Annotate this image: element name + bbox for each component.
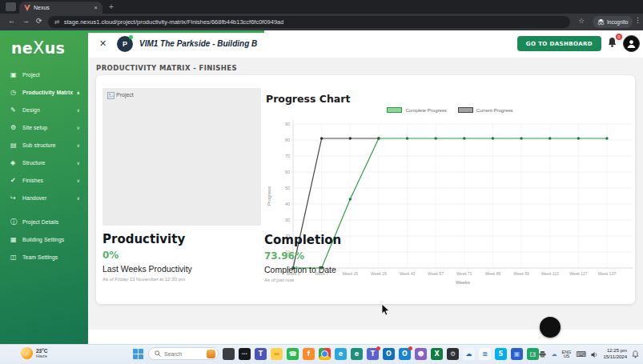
weather-condition: Haze (36, 354, 48, 358)
app-badge (408, 346, 412, 350)
mouse-cursor (381, 304, 390, 316)
taskbar-app-whatsapp[interactable]: ☎ (287, 348, 299, 360)
tab-close-icon[interactable]: × (94, 4, 98, 11)
chat-widget-button[interactable] (540, 317, 561, 338)
sidebar-item-site-setup[interactable]: ⚙ Site setup ∨ (0, 118, 88, 136)
legend-swatch (458, 107, 473, 113)
taskbar-app-photos[interactable]: ▣ (511, 348, 523, 360)
sidebar-item-project[interactable]: ▣ Project (0, 66, 88, 83)
bookmark-star-icon[interactable]: ☆ (578, 17, 585, 25)
sidebar-item-team-settings[interactable]: ◫ Team Settings (0, 248, 88, 266)
sidebar-nav: ▣ Project ◷ Productivity Matrix ∧ ✎ Desi… (0, 66, 88, 266)
series-line-current-progress (293, 138, 379, 268)
go-to-dashboard-button[interactable]: GO TO DASHBOARD (517, 36, 601, 51)
search-icon (155, 350, 161, 357)
notifications-button[interactable]: 0 (607, 37, 620, 50)
taskbar-clock[interactable]: 12:25 pm 15/11/2024 (603, 348, 627, 361)
taskbar-app-widgets-dark[interactable]: ⋯ (239, 348, 251, 360)
sidebar-item-structure[interactable]: ◈ Structure ∨ (0, 154, 88, 171)
taskbar-app-skype[interactable]: S (495, 348, 507, 360)
taskbar-app-settings-dark[interactable]: ⚙ (447, 348, 459, 360)
taskbar-app-notepad[interactable]: ≡ (479, 348, 491, 360)
y-tick-label: 30 (285, 218, 290, 222)
search-highlight-icon[interactable] (207, 350, 215, 358)
legend-item-current-progress[interactable]: Current Progress (458, 107, 513, 113)
data-point (605, 137, 608, 139)
weather-temp: 23°C (36, 348, 48, 354)
start-button[interactable] (132, 348, 144, 360)
taskbar-app-teams-work[interactable]: T (367, 348, 379, 360)
tab-favicon (24, 5, 30, 11)
sidebar-item-finishes[interactable]: ✔ Finishes ∨ (0, 171, 88, 189)
taskbar-app-outlook-new[interactable]: O (399, 348, 411, 360)
data-point (434, 137, 436, 139)
briefcase-icon: ▣ (10, 71, 22, 78)
x-tick-label: Week 43 (400, 271, 416, 276)
window-control[interactable] (6, 2, 16, 11)
x-tick-label: Week 57 (428, 271, 444, 276)
onedrive-cloud-icon[interactable]: ☁ (551, 351, 557, 358)
taskbar-app-teams[interactable]: T (255, 348, 267, 360)
tray-chevron-icon[interactable]: ∧ (530, 351, 534, 358)
content-area: PRODUCTIVITY MATRIX - FINISHES Project P… (88, 58, 643, 344)
productivity-title: Productivity (102, 232, 263, 246)
taskbar-app-edge-dev[interactable]: e (351, 348, 363, 360)
taskbar-app-file-explorer[interactable]: ▬ (271, 348, 283, 360)
x-tick-label: Week 85 (485, 271, 501, 276)
sidebar-item-productivity-matrix[interactable]: ◷ Productivity Matrix ∧ (0, 83, 88, 101)
x-tick-label: Week 71 (456, 271, 472, 276)
taskbar-app-snipping-tool[interactable] (223, 348, 235, 360)
x-tick-label: Week 99 (513, 271, 529, 276)
browser-menu-icon[interactable]: ⋮ (634, 16, 641, 24)
y-tick-label: 20 (285, 234, 290, 238)
browser-tab[interactable]: Nexus × (19, 2, 102, 14)
speaker-icon[interactable] (591, 351, 598, 358)
building-icon: ▦ (10, 236, 22, 243)
chevron-icon: ∨ (77, 160, 80, 166)
search-input[interactable] (164, 351, 201, 357)
productivity-subtitle: Last Weeks Productivity (102, 264, 263, 274)
x-tick-label: Week 7 (315, 271, 328, 276)
back-icon[interactable]: ← (8, 17, 15, 25)
browser-toolbar: ← → ⟳ ⇄ stage.nexus1.cloud/project/produ… (0, 14, 643, 30)
incognito-badge: Incognito (593, 16, 633, 28)
new-tab-button[interactable]: + (109, 2, 114, 11)
taskbar-app-edge[interactable]: e (335, 348, 347, 360)
legend-label: Complete Progress (405, 108, 446, 113)
sidebar-item-project-details[interactable]: ⓘ Project Details (0, 213, 88, 230)
taskbar-weather[interactable]: 23°C Haze (21, 347, 48, 359)
site-info-icon[interactable]: ⇄ (54, 18, 60, 26)
data-point (520, 137, 522, 139)
close-icon[interactable]: ✕ (99, 38, 106, 49)
notification-bell-icon[interactable] (632, 350, 639, 358)
progress-chart: 0102030405060708090Week 3Week 7Week 15We… (264, 115, 636, 290)
incognito-icon (597, 19, 605, 26)
sidebar-item-handover[interactable]: ↪ Handover ∨ (0, 189, 88, 206)
cube-icon: ◈ (10, 159, 22, 166)
data-point (577, 137, 580, 139)
taskbar-app-chrome[interactable] (319, 348, 331, 360)
sidebar-item-design[interactable]: ✎ Design ∨ (0, 101, 88, 118)
sidebar-item-building-settings[interactable]: ▦ Building Settings (0, 230, 88, 248)
legend-item-complete-progress[interactable]: Complete Progress (387, 107, 446, 113)
reload-icon[interactable]: ⟳ (36, 17, 42, 25)
taskbar-app-office-hub[interactable]: ☻ (415, 348, 427, 360)
taskbar-app-onedrive[interactable]: ☁ (463, 348, 475, 360)
pen-icon: ✎ (10, 106, 22, 114)
language-switcher[interactable]: ENGUS (561, 350, 571, 359)
url-bar[interactable]: ⇄ stage.nexus1.cloud/project/productivit… (48, 16, 570, 28)
taskbar-app-outlook[interactable]: O (383, 348, 395, 360)
browser-tab-strip: Nexus × + (0, 0, 643, 14)
forward-icon[interactable]: → (22, 17, 30, 25)
printer-icon[interactable] (539, 351, 546, 358)
sidebar-item-sub-structure[interactable]: ▤ Sub structure ∨ (0, 136, 88, 154)
url-text: stage.nexus1.cloud/project/productivity-… (64, 18, 284, 26)
taskbar-app-firefox[interactable]: f (303, 348, 315, 360)
taskbar-search[interactable] (148, 347, 219, 360)
taskbar-app-excel[interactable]: X (431, 348, 443, 360)
taskbar-center: ⋯T▬☎feeTOO☻X⚙☁≡S▣▤ (132, 347, 539, 360)
x-tick-label: Week 29 (371, 271, 387, 276)
keyboard-icon[interactable]: ⌨ (576, 350, 586, 358)
y-tick-label: 90 (285, 122, 290, 126)
user-avatar[interactable] (623, 35, 640, 52)
